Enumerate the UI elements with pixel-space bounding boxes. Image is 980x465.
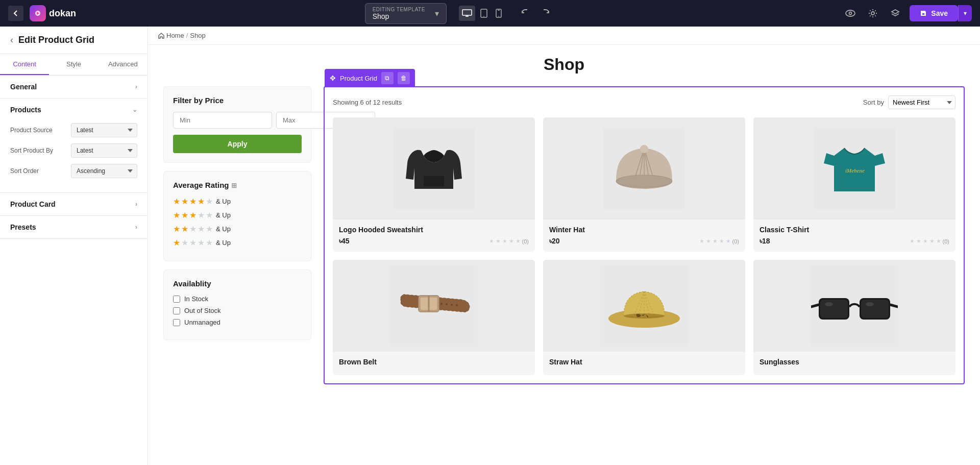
- section-product-card-arrow: ›: [135, 201, 137, 208]
- avail-out-of-stock-checkbox[interactable]: [173, 307, 180, 314]
- topbar-center: EDITING TEMPLATE Shop ▾: [82, 3, 836, 24]
- history-controls: [517, 5, 554, 21]
- section-presets-arrow: ›: [135, 224, 137, 231]
- breadcrumb-separator: /: [186, 32, 188, 39]
- shop-container: Shop Filter by Price Apply: [148, 45, 980, 395]
- rating-row-4[interactable]: ★ ★ ★ ★ ★ & Up: [173, 197, 302, 206]
- star-2: ★: [181, 224, 188, 234]
- settings-button[interactable]: [865, 5, 881, 21]
- product-rating-hoodie: ★ ★ ★ ★ ★ (0): [489, 238, 529, 244]
- product-footer-hoodie: ৳45 ★ ★ ★ ★ ★ (0): [339, 237, 529, 246]
- product-source-label: Product Source: [10, 127, 71, 134]
- svg-marker-12: [892, 10, 899, 14]
- star-4: ★: [198, 210, 205, 220]
- rating-row-3[interactable]: ★ ★ ★ ★ ★ & Up: [173, 210, 302, 220]
- product-footer-winter-hat: ৳20 ★ ★ ★ ★ ★ (0): [549, 237, 739, 246]
- tab-style[interactable]: Style: [49, 54, 98, 75]
- section-products-header[interactable]: Products ⌄: [0, 99, 148, 121]
- tab-advanced[interactable]: Advanced: [99, 54, 148, 75]
- desktop-view-button[interactable]: [459, 6, 475, 21]
- sort-order-label: Sort Order: [10, 167, 71, 175]
- star-2: ★: [181, 197, 188, 206]
- svg-point-50: [866, 302, 874, 306]
- product-card-hoodie[interactable]: Logo Hooded Sweatshirt ৳45 ★ ★ ★ ★: [333, 117, 535, 252]
- star-3: ★: [189, 210, 197, 220]
- filter-availability-section: Availablity In Stock Out of Stock: [163, 270, 311, 340]
- product-grid-toolbar: ✥ Product Grid ⧉ 🗑: [325, 69, 415, 87]
- product-grid-delete-button[interactable]: 🗑: [398, 72, 410, 84]
- product-name-tshirt: Classic T-Shirt: [760, 226, 949, 234]
- section-presets-header[interactable]: Presets ›: [0, 216, 148, 238]
- product-image-hoodie: [333, 117, 535, 219]
- svg-point-9: [846, 10, 855, 16]
- product-info-straw-hat: Straw Hat: [543, 352, 745, 375]
- mobile-view-button[interactable]: [493, 6, 505, 21]
- svg-text:iMehene: iMehene: [845, 167, 865, 174]
- section-product-card-label: Product Card: [10, 200, 56, 208]
- product-card-winter-hat[interactable]: Winter Hat ৳20 ★ ★ ★ ★: [543, 117, 745, 252]
- star-3: ★: [189, 197, 197, 206]
- product-price-winter-hat: ৳20: [549, 237, 560, 246]
- product-rating-tshirt: ★ ★ ★ ★ ★ (0): [910, 238, 949, 244]
- sort-select[interactable]: Newest First Oldest First Price Low to H…: [888, 95, 955, 109]
- template-selector[interactable]: EDITING TEMPLATE Shop ▾: [365, 3, 447, 24]
- undo-button[interactable]: [517, 5, 533, 21]
- star-4: ★: [198, 238, 205, 248]
- product-source-select[interactable]: Latest: [71, 123, 137, 137]
- product-grid-copy-button[interactable]: ⧉: [381, 72, 394, 84]
- star-1: ★: [173, 210, 180, 220]
- star-5: ★: [206, 197, 213, 206]
- avail-out-of-stock[interactable]: Out of Stock: [173, 307, 302, 314]
- price-min-input[interactable]: [173, 112, 272, 129]
- sort-order-field: Sort Order Ascending: [10, 164, 137, 178]
- star-1: ★: [173, 238, 180, 248]
- section-general-header[interactable]: General ›: [0, 76, 148, 98]
- svg-point-22: [616, 175, 672, 187]
- canvas: Home / Shop Shop Filter by Price: [148, 27, 980, 465]
- product-card-straw-hat[interactable]: Straw Hat: [543, 260, 745, 375]
- products-grid: Logo Hooded Sweatshirt ৳45 ★ ★ ★ ★: [333, 117, 955, 375]
- preview-button[interactable]: [842, 5, 859, 21]
- tablet-view-button[interactable]: [477, 6, 491, 21]
- product-card-sunglasses[interactable]: Sunglasses: [753, 260, 955, 375]
- grid-header: Showing 6 of 12 results Sort by Newest F…: [333, 95, 955, 109]
- apply-button[interactable]: Apply: [173, 135, 302, 153]
- product-name-sunglasses: Sunglasses: [760, 358, 949, 366]
- avail-in-stock-label: In Stock: [184, 295, 208, 303]
- avail-unmanaged-checkbox[interactable]: [173, 319, 180, 326]
- save-button[interactable]: Save: [910, 5, 958, 21]
- product-card-belt[interactable]: Brown Belt: [333, 260, 535, 375]
- avail-unmanaged[interactable]: Unmanaged: [173, 319, 302, 326]
- star-4: ★: [198, 197, 205, 206]
- filter-rating-title: Average Rating ⊞: [173, 181, 302, 189]
- template-name: Shop: [373, 12, 425, 20]
- tab-content[interactable]: Content: [0, 54, 49, 75]
- rating-row-2[interactable]: ★ ★ ★ ★ ★ & Up: [173, 224, 302, 234]
- save-dropdown-button[interactable]: ▾: [958, 5, 972, 21]
- back-button[interactable]: [8, 6, 23, 21]
- panel-back-button[interactable]: ‹: [10, 35, 13, 45]
- filter-price-section: Filter by Price Apply: [163, 86, 311, 163]
- section-general-label: General: [10, 83, 37, 91]
- sort-product-by-select[interactable]: Latest: [71, 143, 137, 158]
- rating-row-1[interactable]: ★ ★ ★ ★ ★ & Up: [173, 238, 302, 248]
- product-info-tshirt: Classic T-Shirt ৳18 ★ ★ ★ ★: [753, 219, 955, 252]
- rating-up-1: & Up: [216, 239, 231, 247]
- logo-text: dokan: [49, 8, 76, 19]
- section-presets-label: Presets: [10, 223, 36, 231]
- layers-button[interactable]: [887, 5, 903, 21]
- section-product-card-header[interactable]: Product Card ›: [0, 193, 148, 215]
- product-source-field: Product Source Latest: [10, 123, 137, 137]
- svg-point-23: [640, 145, 648, 153]
- redo-button[interactable]: [537, 5, 554, 21]
- sort-by-label: Sort by: [863, 99, 884, 106]
- product-grid-toolbar-label: Product Grid: [340, 75, 377, 82]
- avail-in-stock[interactable]: In Stock: [173, 295, 302, 303]
- logo-icon: [30, 5, 46, 21]
- product-footer-tshirt: ৳18 ★ ★ ★ ★ ★ (0): [760, 237, 949, 246]
- product-card-tshirt[interactable]: iMehene Classic T-Shirt ৳18: [753, 117, 955, 252]
- avail-in-stock-checkbox[interactable]: [173, 296, 180, 303]
- sort-order-select[interactable]: Ascending: [71, 164, 137, 178]
- rating-up-2: & Up: [216, 225, 231, 233]
- star-5: ★: [206, 210, 213, 220]
